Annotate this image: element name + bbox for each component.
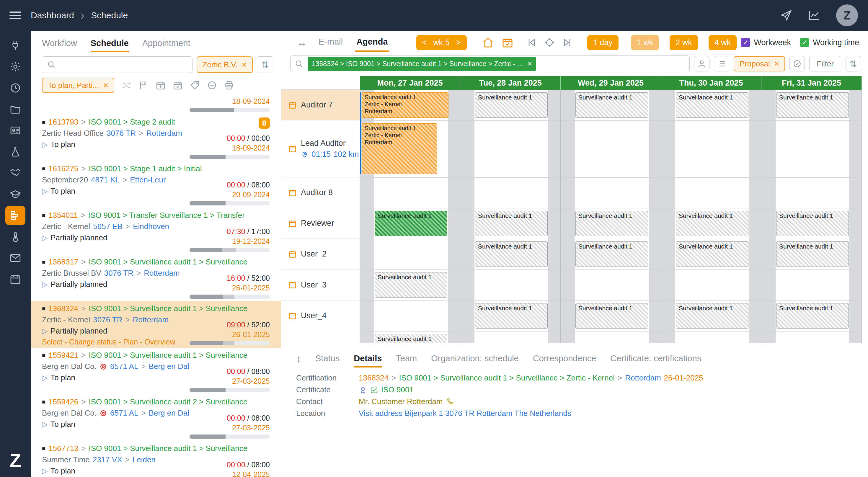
tab-certificate-certifications[interactable]: Certificate: certifications (610, 354, 701, 368)
resource-row-reviewer[interactable]: Reviewer (281, 208, 360, 239)
location-value[interactable]: Visit address Bijenpark 1 3076 TR Rotter… (359, 409, 571, 418)
range-2-wk-button[interactable]: 2 wk (670, 35, 698, 50)
play-icon[interactable]: ▷ (42, 280, 48, 289)
resource-row-auditor-7[interactable]: Auditor 7 (281, 90, 360, 121)
calendar-event[interactable]: Surveillance audit 1 (576, 303, 648, 328)
resource-row-user-3[interactable]: User_3 (281, 269, 360, 300)
count-badge[interactable]: 8 (259, 118, 270, 129)
list-item[interactable]: ■1616275>ISO 9001 > Stage 1 audit > Init… (31, 161, 281, 208)
status-filter-chip[interactable]: To plan, Parti... × (42, 77, 114, 93)
range-1-day-button[interactable]: 1 day (587, 35, 619, 50)
calendar-event[interactable]: Surveillance audit 1 (776, 303, 849, 328)
resource-row-lead-auditor[interactable]: Lead Auditor 01:15 102 km (281, 121, 360, 178)
calendar-event[interactable]: Surveillance audit 1 (475, 92, 548, 118)
week-nav-button[interactable]: < wk 5 > (416, 35, 467, 50)
company-filter-chip[interactable]: Zertic B.V. × (197, 56, 253, 73)
play-icon[interactable]: ▷ (42, 373, 48, 382)
tab-organization-schedule[interactable]: Organization: schedule (431, 354, 519, 368)
list-item[interactable]: ■1559426>ISO 9001 > Surveillance audit 2… (31, 394, 281, 441)
play-icon[interactable]: ▷ (42, 233, 48, 242)
resource-row-partial[interactable] (281, 331, 360, 343)
avatar[interactable]: Z (836, 4, 858, 26)
search-input[interactable] (42, 56, 192, 73)
breadcrumb-dashboard[interactable]: Dashboard (31, 10, 74, 20)
sort-toggle-button[interactable]: ⇅ (845, 56, 861, 71)
calendar-event[interactable]: Surveillance audit 1 (475, 211, 548, 236)
proposal-filter-chip[interactable]: Proposal × (734, 56, 785, 71)
range-4-wk-button[interactable]: 4 wk (709, 35, 737, 50)
calendar-event[interactable]: Surveillance audit 1 (375, 334, 447, 343)
list-item[interactable]: ■1567713>ISO 9001 > Surveillance audit 1… (31, 441, 281, 477)
calendar-event-confirmed[interactable]: Surveillance audit 1 (375, 211, 447, 236)
tab-appointment[interactable]: Appointment (142, 38, 190, 52)
calendar-event[interactable]: Surveillance audit 1 (676, 242, 748, 267)
power-icon[interactable] (5, 35, 25, 56)
send-icon[interactable] (780, 9, 793, 22)
menu-icon[interactable] (0, 9, 31, 21)
projects-icon[interactable] (5, 99, 25, 120)
audit-filter-chip[interactable]: 1368324 > ISO 9001 > Surveillance audit … (308, 57, 536, 71)
close-icon[interactable]: × (528, 59, 532, 68)
list-item[interactable]: ■1613793>ISO 9001 > Stage 2 audit Zertic… (31, 115, 281, 161)
resource-row-auditor-8[interactable]: Auditor 8 (281, 178, 360, 208)
calendar-event[interactable]: Surveillance audit 1 (776, 242, 849, 267)
tab-email[interactable]: E-mail (318, 37, 343, 49)
phone-icon[interactable] (446, 398, 454, 406)
calendar-icon[interactable] (5, 268, 25, 290)
flag-icon[interactable] (138, 80, 149, 90)
tag-icon[interactable] (190, 80, 200, 90)
resource-row-user-2[interactable]: User_2 (281, 239, 360, 269)
monitoring-icon[interactable] (5, 226, 25, 247)
lab-icon[interactable] (5, 141, 25, 162)
list-view-button[interactable] (714, 56, 729, 71)
mail-icon[interactable] (5, 247, 25, 268)
close-icon[interactable]: × (242, 60, 247, 70)
play-icon[interactable]: ▷ (42, 467, 48, 475)
play-icon[interactable]: ▷ (42, 327, 48, 335)
play-icon[interactable]: ▷ (42, 140, 48, 149)
calendar-event[interactable]: Surveillance audit 1 (576, 92, 648, 118)
resource-row-user-4[interactable]: User_4 (281, 300, 360, 331)
skip-to-start-icon[interactable] (526, 37, 537, 48)
analytics-icon[interactable] (808, 9, 821, 22)
education-icon[interactable] (5, 184, 25, 205)
list-item[interactable]: ■1354011>ISO 9001 > Transfer Surveillanc… (31, 208, 281, 254)
contacts-icon[interactable] (5, 120, 25, 141)
skip-to-end-icon[interactable] (562, 37, 572, 48)
working-time-checkbox[interactable]: ✓ (800, 38, 809, 47)
play-icon[interactable]: ▷ (42, 187, 48, 195)
resize-horizontal-icon[interactable]: ↔ (297, 36, 307, 49)
calendar-event[interactable]: Surveillance audit 1 (576, 242, 648, 267)
list-item[interactable]: ■1368317>ISO 9001 > Surveillance audit 1… (31, 254, 281, 301)
calendar-event[interactable]: Surveillance audit 1 (676, 211, 748, 236)
workweek-checkbox[interactable]: ✓ (741, 38, 750, 47)
calendar-event[interactable]: Surveillance audit 1 (676, 92, 748, 118)
shuffle-icon[interactable] (121, 80, 131, 90)
calendar-check-icon[interactable] (502, 37, 514, 49)
calendar-event[interactable]: Surveillance audit 1 (776, 92, 849, 118)
sort-toggle-button[interactable]: ⇅ (257, 56, 273, 73)
close-icon[interactable]: × (774, 59, 779, 69)
calendar-event[interactable]: Surveillance audit 1 (676, 303, 748, 328)
tab-team[interactable]: Team (396, 354, 417, 368)
calendar-event[interactable]: Surveillance audit 1 (576, 211, 648, 236)
tab-schedule[interactable]: Schedule (91, 38, 129, 52)
planning-icon[interactable] (5, 206, 25, 225)
calendar-event[interactable]: Surveillance audit 1 (776, 211, 849, 236)
tab-agenda[interactable]: Agenda (356, 37, 388, 49)
print-icon[interactable] (224, 80, 234, 90)
settings-icon[interactable] (5, 56, 25, 77)
tab-correspondence[interactable]: Correspondence (533, 354, 596, 368)
calendar-event-planned[interactable]: Surveillance audit 1 Zertic - Kernel Rot… (362, 123, 437, 174)
partners-icon[interactable] (5, 162, 25, 184)
locate-icon[interactable] (544, 37, 555, 48)
agenda-search-input[interactable]: 1368324 > ISO 9001 > Surveillance audit … (290, 56, 690, 72)
calendar-event-planned[interactable]: Surveillance audit 1 Zertic - Kernel Rot… (362, 92, 448, 118)
week-prev-button[interactable]: < (422, 38, 427, 47)
tab-workflow[interactable]: Workflow (42, 38, 77, 52)
circle-minus-icon[interactable] (207, 80, 217, 90)
history-icon[interactable] (5, 77, 25, 99)
calendar-event[interactable]: Surveillance audit 1 (375, 272, 447, 297)
tab-status[interactable]: Status (315, 354, 340, 368)
week-next-button[interactable]: > (456, 38, 461, 47)
